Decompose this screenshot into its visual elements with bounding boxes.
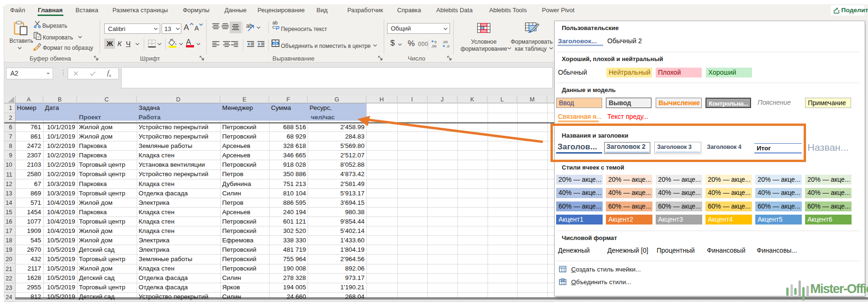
svg-text:0: 0 [434, 40, 437, 44]
svg-text:,0: ,0 [446, 44, 450, 48]
svg-text:,00: ,00 [431, 44, 437, 48]
svg-text:,00: ,00 [442, 40, 448, 44]
